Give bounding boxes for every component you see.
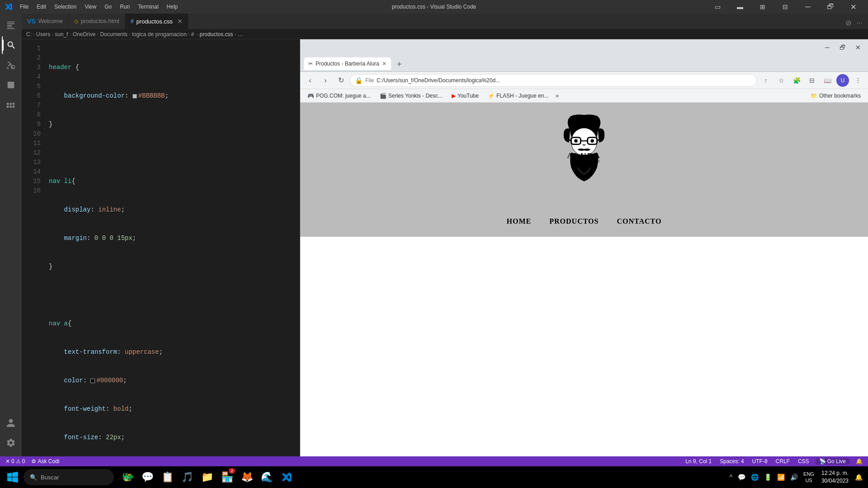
bookmark-more-button[interactable]: » <box>554 92 561 100</box>
activity-explorer[interactable] <box>2 16 20 34</box>
activity-settings[interactable] <box>2 434 20 452</box>
taskbar-chat[interactable]: 💬 <box>137 467 157 487</box>
taskbar-notes[interactable]: 📋 <box>157 467 177 487</box>
layout-button[interactable]: ▭ <box>707 0 728 14</box>
activity-scm[interactable] <box>2 56 20 74</box>
layout4-button[interactable]: ⊟ <box>775 0 796 14</box>
browser-menu-button[interactable]: ⋮ <box>852 74 864 87</box>
menu-selection[interactable]: Selection <box>51 2 80 11</box>
bell-icon: 🔔 <box>856 458 863 465</box>
taskbar-right: ^ 💬 🌐 🔋 📶 🔊 ENGUS 12:24 p. m. 30/04/2023… <box>728 469 864 485</box>
browser-back-button[interactable]: ‹ <box>304 74 316 87</box>
address-bar[interactable]: 🔒 File C:/Users/sun_f/OneDrive/Documents… <box>350 74 757 87</box>
status-golive[interactable]: 📡 Go Live <box>816 458 849 465</box>
browser-forward-button[interactable]: › <box>319 74 332 87</box>
status-encoding[interactable]: UTF-8 <box>750 458 769 465</box>
edge-icon: 🌊 <box>261 471 273 483</box>
status-language[interactable]: CSS <box>796 458 811 465</box>
minimize-button[interactable]: ─ <box>797 0 818 14</box>
layout3-button[interactable]: ⊞ <box>752 0 773 14</box>
taskbar-firefox[interactable]: 🦊 <box>237 467 257 487</box>
menu-edit[interactable]: Edit <box>33 2 50 11</box>
browser-new-tab-button[interactable]: ＋ <box>393 57 406 70</box>
browser-star-button[interactable]: ☆ <box>775 74 788 87</box>
code-line-5: nav li{ <box>49 177 300 186</box>
tab-productos-html[interactable]: ◇ productos.html <box>69 14 125 29</box>
notification-button[interactable]: 🔔 <box>853 472 864 483</box>
status-ask-codi[interactable]: ⚙ Ask Codi <box>29 458 61 465</box>
browser-maximize-button[interactable]: 🗗 <box>836 42 849 52</box>
browser-close-button[interactable]: ✕ <box>852 42 864 52</box>
taskbar-search[interactable]: 🔍 Buscar <box>24 469 114 485</box>
bookmark-flash[interactable]: ⚡ FLASH - Juegue en... <box>484 92 552 100</box>
bookmark-youtube[interactable]: ▶ YouTube <box>448 92 482 100</box>
tray-chat-icon[interactable]: 💬 <box>736 472 747 483</box>
browser-extensions-button[interactable]: 🧩 <box>790 74 803 87</box>
menu-terminal[interactable]: Terminal <box>134 2 162 11</box>
menu-view[interactable]: View <box>81 2 100 11</box>
menu-go[interactable]: Go <box>101 2 115 11</box>
tray-volume-icon[interactable]: 🔊 <box>788 472 800 483</box>
language-indicator[interactable]: ENGUS <box>801 471 817 484</box>
browser-navbar: ‹ › ↻ 🔒 File C:/Users/sun_f/OneDrive/Doc… <box>300 72 868 89</box>
status-position[interactable]: Ln 9, Col 1 <box>684 458 713 465</box>
menu-file[interactable]: File <box>16 2 32 11</box>
activity-search[interactable] <box>2 36 20 54</box>
webpage-body <box>300 237 868 456</box>
browser-reading-button[interactable]: 📖 <box>821 74 834 87</box>
browser-content: ALURA ESTD 2020 <box>300 103 868 456</box>
nav-productos[interactable]: PRODUCTOS <box>549 217 599 225</box>
status-bell[interactable]: 🔔 <box>854 458 864 465</box>
close-button[interactable]: ✕ <box>843 0 863 14</box>
activity-debug[interactable] <box>2 76 20 94</box>
tray-wifi-icon[interactable]: 📶 <box>775 472 787 483</box>
browser-tab-close-icon[interactable]: ✕ <box>382 61 387 67</box>
taskbar-vscode[interactable] <box>277 467 297 487</box>
titlebar-controls: ▭ ▬ ⊞ ⊟ ─ 🗗 ✕ <box>707 0 863 14</box>
layout2-button[interactable]: ▬ <box>730 0 750 14</box>
menu-run[interactable]: Run <box>116 2 133 11</box>
code-line-2: background-color: #BBBBBB; <box>49 91 300 101</box>
bookmark-youtube-favicon: ▶ <box>452 93 456 99</box>
browser-split-button[interactable]: ⊟ <box>806 74 818 87</box>
tray-battery-icon[interactable]: 🔋 <box>762 472 774 483</box>
tab-welcome[interactable]: VS Welcome <box>22 14 69 29</box>
browser-profile-avatar[interactable]: U <box>836 74 849 87</box>
code-line-4 <box>49 148 300 158</box>
tray-up-arrow[interactable]: ^ <box>728 472 735 483</box>
nav-contacto[interactable]: CONTACTO <box>617 217 661 225</box>
browser-titlebar: ─ 🗗 ✕ <box>300 39 868 56</box>
taskbar-media[interactable]: 🎵 <box>177 467 197 487</box>
activity-account[interactable] <box>2 414 20 432</box>
taskbar-files[interactable]: 📁 <box>197 467 217 487</box>
line-ending-label: CRLF <box>776 458 790 465</box>
restore-button[interactable]: 🗗 <box>820 0 841 14</box>
tab-close-icon[interactable]: ✕ <box>177 18 183 25</box>
start-button[interactable] <box>4 468 22 486</box>
more-actions-button[interactable]: ··· <box>855 17 864 29</box>
clock[interactable]: 12:24 p. m. 30/04/2023 <box>818 469 852 485</box>
status-errors[interactable]: ✕ 0 ⚠ 0 <box>4 458 27 465</box>
code-content[interactable]: header { background-color: #BBBBBB; } na… <box>44 39 300 456</box>
split-editor-button[interactable]: ⊘ <box>844 17 853 29</box>
tab-productos-css[interactable]: # productos.css ✕ <box>125 14 189 29</box>
barber-logo-svg: ALURA ESTD 2020 <box>555 112 613 202</box>
status-line-ending[interactable]: CRLF <box>774 458 792 465</box>
browser-tab-productos[interactable]: ✂ Productos - Barberia Alura ✕ <box>304 57 391 70</box>
bookmark-other-folder[interactable]: 📁 Other bookmarks <box>807 92 864 100</box>
browser-share-button[interactable]: ↑ <box>760 74 772 87</box>
status-spaces[interactable]: Spaces: 4 <box>718 458 745 465</box>
browser-refresh-button[interactable]: ↻ <box>335 74 347 87</box>
breadcrumb: C: › Users › sun_f › OneDrive › Document… <box>22 29 868 39</box>
activity-extensions[interactable] <box>2 96 20 114</box>
taskbar-edge[interactable]: 🌊 <box>257 467 277 487</box>
menu-help[interactable]: Help <box>163 2 182 11</box>
bookmark-pog[interactable]: 🎮 POG.COM: juegue a... <box>304 92 374 100</box>
taskbar-store[interactable]: 🏪 2 <box>217 467 237 487</box>
bookmark-yonkis[interactable]: 🎬 Series Yonkis - Desc... <box>376 92 446 100</box>
code-editor[interactable]: 1234 5678 9101112 13141516 header { back… <box>22 39 300 456</box>
nav-home[interactable]: HOME <box>507 217 532 225</box>
browser-minimize-button[interactable]: ─ <box>821 42 834 52</box>
tray-network-icon[interactable]: 🌐 <box>749 472 760 483</box>
taskbar-file-explorer[interactable]: 🐲 <box>118 467 137 487</box>
